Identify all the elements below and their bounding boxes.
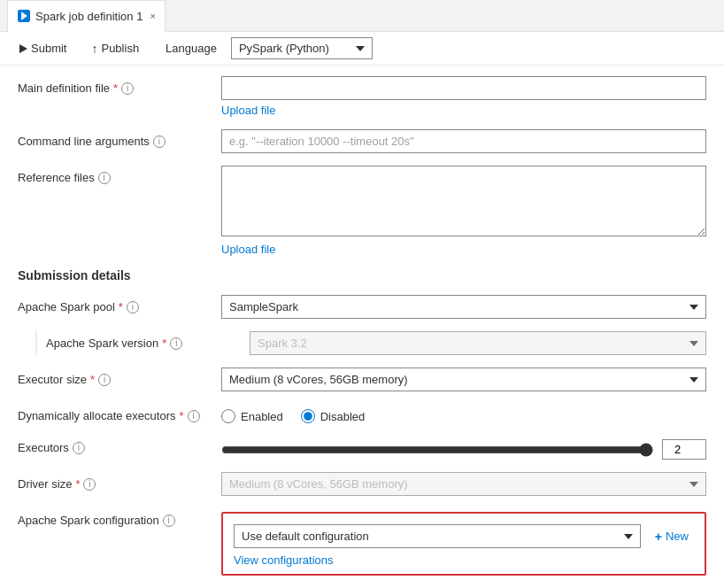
driver-size-field: Medium (8 vCores, 56GB memory) (221, 472, 706, 496)
spark-version-label-text: Apache Spark version (46, 337, 158, 350)
spark-pool-label-text: Apache Spark pool (18, 300, 115, 313)
dynamic-allocate-enabled-label: Enabled (241, 410, 283, 423)
driver-size-info-icon[interactable]: i (83, 478, 96, 491)
spark-pool-label: Apache Spark pool * i (18, 295, 221, 313)
main-definition-input[interactable] (221, 76, 706, 100)
spark-icon (17, 9, 31, 23)
dynamic-allocate-disabled-label: Disabled (320, 410, 366, 423)
executors-value-input[interactable] (662, 439, 706, 460)
command-line-input[interactable] (221, 129, 706, 153)
executors-info-icon[interactable]: i (73, 442, 85, 454)
main-definition-field: Upload file (221, 76, 706, 117)
driver-size-select[interactable]: Medium (8 vCores, 56GB memory) (221, 472, 706, 496)
reference-files-upload-link[interactable]: Upload file (221, 243, 275, 256)
executors-label: Executors i (18, 436, 221, 454)
executors-label-text: Executors (18, 441, 69, 454)
spark-pool-info-icon[interactable]: i (127, 301, 139, 313)
executor-size-label-text: Executor size (18, 373, 87, 386)
spark-config-controls-row: Use default configuration + New (234, 524, 694, 548)
tab-close-button[interactable]: × (150, 11, 155, 21)
spark-pool-required: * (119, 300, 123, 313)
command-line-label-text: Command line arguments (18, 135, 150, 148)
submit-button[interactable]: Submit (14, 38, 72, 58)
reference-files-row: Reference files i Upload file (18, 166, 706, 256)
spark-pool-select[interactable]: SampleSpark (221, 295, 706, 319)
submit-label: Submit (31, 42, 66, 55)
reference-files-label: Reference files i (18, 166, 221, 184)
reference-files-info-icon[interactable]: i (98, 172, 111, 184)
dynamic-allocate-enabled-option[interactable]: Enabled (221, 409, 283, 423)
spark-pool-row: Apache Spark pool * i SampleSpark (18, 295, 706, 319)
dynamic-allocate-required: * (179, 409, 183, 422)
main-definition-label-text: Main definition file (18, 81, 110, 95)
spark-config-info-icon[interactable]: i (163, 514, 175, 527)
command-line-field (221, 129, 706, 153)
dynamic-allocate-label-text: Dynamically allocate executors (18, 409, 175, 422)
tab-item[interactable]: Spark job definition 1 × (7, 0, 166, 32)
executor-size-info-icon[interactable]: i (98, 374, 111, 386)
toolbar: Submit ↑ Publish Language PySpark (Pytho… (0, 32, 724, 66)
driver-size-label: Driver size * i (18, 472, 221, 491)
spark-config-label: Apache Spark configuration i (18, 508, 221, 527)
executor-size-required: * (90, 373, 95, 386)
main-content: Main definition file * i Upload file Com… (0, 66, 724, 577)
language-select[interactable]: PySpark (Python) Scala Java .NET Spark (… (231, 37, 373, 59)
command-line-label: Command line arguments i (18, 129, 221, 148)
spark-version-row: Apache Spark version * i Spark 3.2 (35, 331, 706, 355)
spark-config-field: Use default configuration + New View con… (221, 508, 706, 576)
main-definition-label: Main definition file * i (18, 76, 221, 95)
dynamic-allocate-disabled-radio[interactable] (301, 409, 315, 423)
tab-bar: Spark job definition 1 × (0, 0, 724, 32)
main-definition-row: Main definition file * i Upload file (18, 76, 706, 117)
reference-files-label-text: Reference files (18, 171, 95, 184)
spark-config-label-text: Apache Spark configuration (18, 514, 159, 527)
main-definition-upload-link[interactable]: Upload file (221, 104, 275, 117)
executor-size-select[interactable]: Small (4 vCores, 28GB memory) Medium (8 … (221, 368, 706, 391)
tab-title-text: Spark job definition 1 (35, 10, 142, 23)
executor-size-field: Small (4 vCores, 28GB memory) Medium (8 … (221, 368, 706, 391)
spark-config-select[interactable]: Use default configuration (234, 524, 641, 548)
executor-size-row: Executor size * i Small (4 vCores, 28GB … (18, 368, 706, 391)
command-line-info-icon[interactable]: i (153, 135, 166, 148)
reference-files-field: Upload file (221, 166, 706, 256)
spark-version-label: Apache Spark version * i (46, 331, 250, 350)
reference-files-textarea[interactable] (221, 166, 706, 236)
driver-size-row: Driver size * i Medium (8 vCores, 56GB m… (18, 472, 706, 496)
spark-version-info-icon[interactable]: i (170, 337, 182, 350)
spark-version-select[interactable]: Spark 3.2 (250, 331, 706, 355)
new-label: New (666, 530, 689, 543)
spark-pool-field: SampleSpark (221, 295, 706, 319)
executors-field (221, 436, 706, 460)
dynamic-allocate-label: Dynamically allocate executors * i (18, 404, 221, 422)
publish-button[interactable]: ↑ Publish (86, 38, 144, 59)
executors-slider-container (221, 436, 706, 460)
dynamic-allocate-disabled-option[interactable]: Disabled (301, 409, 366, 423)
spark-version-field: Spark 3.2 (250, 331, 706, 355)
view-configurations-link[interactable]: View configurations (234, 553, 334, 567)
executor-size-label: Executor size * i (18, 368, 221, 386)
dynamic-allocate-row: Dynamically allocate executors * i Enabl… (18, 404, 706, 423)
publish-icon: ↑ (91, 42, 97, 56)
spark-config-new-button[interactable]: + New (650, 526, 694, 547)
dynamic-allocate-info-icon[interactable]: i (188, 410, 200, 422)
spark-version-required: * (162, 337, 166, 350)
driver-size-required: * (75, 477, 80, 491)
dynamic-allocate-enabled-radio[interactable] (221, 409, 235, 423)
dynamic-allocate-field: Enabled Disabled (221, 404, 706, 423)
spark-config-row: Apache Spark configuration i Use default… (18, 508, 706, 576)
plus-icon: + (655, 530, 662, 544)
executors-slider[interactable] (221, 443, 653, 457)
dynamic-allocate-radio-group: Enabled Disabled (221, 404, 706, 423)
spark-config-section: Use default configuration + New View con… (221, 512, 706, 576)
main-definition-info-icon[interactable]: i (121, 82, 134, 95)
command-line-row: Command line arguments i (18, 129, 706, 153)
executors-row: Executors i (18, 436, 706, 460)
main-definition-required: * (113, 81, 118, 95)
submission-section-title: Submission details (18, 268, 706, 282)
language-label: Language (166, 42, 217, 55)
publish-label: Publish (101, 42, 139, 55)
submit-icon (19, 44, 27, 53)
driver-size-label-text: Driver size (18, 477, 72, 491)
